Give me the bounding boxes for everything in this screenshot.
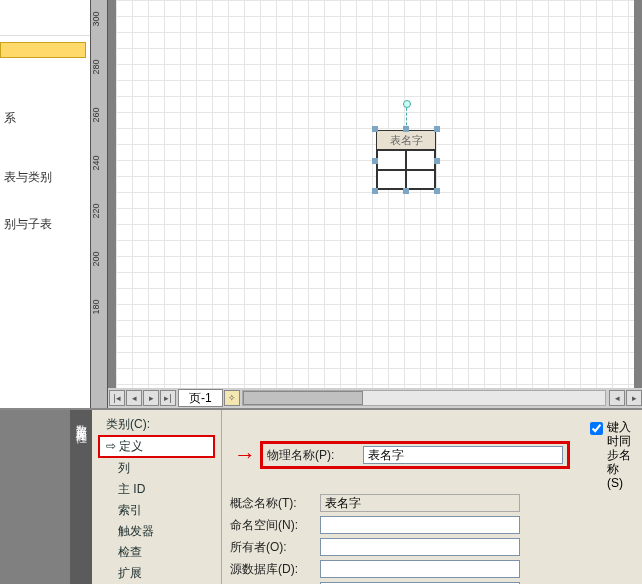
resize-handle-nw[interactable] — [372, 126, 378, 132]
ruler-tick: 300 — [91, 10, 101, 28]
panel-gutter — [0, 410, 70, 584]
ruler-tick: 260 — [91, 106, 101, 124]
scroll-left-icon[interactable]: ◂ — [609, 390, 625, 406]
concept-name-label: 概念名称(T): — [230, 495, 320, 512]
resize-handle-w[interactable] — [372, 158, 378, 164]
h-scrollbar-thumb[interactable] — [243, 391, 363, 405]
grid — [116, 0, 634, 388]
namespace-input[interactable] — [320, 516, 520, 534]
shape-title: 表名字 — [376, 130, 436, 150]
red-arrow-icon: → — [234, 442, 256, 468]
ruler-tick: 220 — [91, 202, 101, 220]
tab-nav-last[interactable]: ▸| — [160, 390, 176, 406]
resize-handle-s[interactable] — [403, 188, 409, 194]
drawing-area: 系 表与类别 别与子表 300 280 260 240 220 200 180 … — [0, 0, 642, 408]
left-panel: 系 表与类别 别与子表 — [0, 0, 90, 408]
source-db-input[interactable] — [320, 560, 520, 578]
owner-input[interactable] — [320, 538, 520, 556]
tab-nav-prev[interactable]: ◂ — [126, 390, 142, 406]
category-tree: 类别(C): ⇨ 定义 列 主 ID 索引 触发器 检查 扩展 注释 — [92, 410, 222, 584]
sync-checkbox[interactable] — [590, 422, 603, 435]
resize-handle-se[interactable] — [434, 188, 440, 194]
page-tab-1[interactable]: 页-1 — [178, 389, 223, 407]
source-db-label: 源数据库(D): — [230, 561, 320, 578]
properties-panel: 数据库属性 类别(C): ⇨ 定义 列 主 ID 索引 触发器 检查 扩展 注释… — [0, 408, 642, 584]
db-properties-tab[interactable]: 数据库属性 — [70, 410, 92, 584]
form-panel: → 物理名称(P): 键入时同步名称(S) 概念名称(T): 表名字 命名空间(… — [222, 410, 642, 584]
canvas-wrap: 表名字 |◂ ◂ ▸ ▸| 页-1 ✧ ◂ ▸ — [108, 0, 642, 408]
namespace-label: 命名空间(N): — [230, 517, 320, 534]
tree-item-extended[interactable]: 扩展 — [98, 563, 215, 584]
highlight-box: 物理名称(P): — [260, 441, 570, 469]
canvas[interactable]: 表名字 — [116, 0, 634, 388]
tab-scroll-bar: |◂ ◂ ▸ ▸| 页-1 ✧ ◂ ▸ — [108, 388, 642, 408]
left-item-3[interactable]: 别与子表 — [0, 210, 90, 239]
sync-checkbox-group: 键入时同步名称(S) — [590, 420, 634, 490]
left-item-1[interactable]: 系 — [0, 104, 90, 133]
scroll-right-icon[interactable]: ▸ — [626, 390, 642, 406]
phys-name-input[interactable] — [363, 446, 563, 464]
shape-body — [376, 150, 436, 190]
tree-item-check[interactable]: 检查 — [98, 542, 215, 563]
h-scrollbar[interactable] — [242, 390, 606, 406]
tree-item-definition[interactable]: ⇨ 定义 — [98, 435, 215, 458]
panel-header — [0, 0, 90, 36]
sync-label: 键入时同步名称(S) — [607, 420, 634, 490]
resize-handle-ne[interactable] — [434, 126, 440, 132]
tree-item-indexes[interactable]: 索引 — [98, 500, 215, 521]
tree-item-triggers[interactable]: 触发器 — [98, 521, 215, 542]
tab-nav-next[interactable]: ▸ — [143, 390, 159, 406]
new-tab-icon[interactable]: ✧ — [224, 390, 240, 406]
resize-handle-sw[interactable] — [372, 188, 378, 194]
vertical-ruler: 300 280 260 240 220 200 180 — [90, 0, 108, 408]
panel-selected-strip[interactable] — [0, 42, 86, 58]
table-shape[interactable]: 表名字 — [376, 130, 436, 190]
ruler-tick: 200 — [91, 250, 101, 268]
ruler-tick: 280 — [91, 58, 101, 76]
phys-name-label: 物理名称(P): — [267, 447, 357, 464]
ruler-tick: 180 — [91, 298, 101, 316]
tree-item-columns[interactable]: 列 — [98, 458, 215, 479]
owner-label: 所有者(O): — [230, 539, 320, 556]
arrow-icon: ⇨ — [106, 439, 119, 453]
tree-item-primary-id[interactable]: 主 ID — [98, 479, 215, 500]
concept-name-value: 表名字 — [320, 494, 520, 512]
tab-nav-first[interactable]: |◂ — [109, 390, 125, 406]
tree-label: 定义 — [119, 439, 143, 453]
rotation-handle[interactable] — [403, 100, 411, 108]
resize-handle-e[interactable] — [434, 158, 440, 164]
left-item-2[interactable]: 表与类别 — [0, 163, 90, 192]
resize-handle-n[interactable] — [403, 126, 409, 132]
tree-root: 类别(C): — [98, 414, 215, 435]
ruler-tick: 240 — [91, 154, 101, 172]
